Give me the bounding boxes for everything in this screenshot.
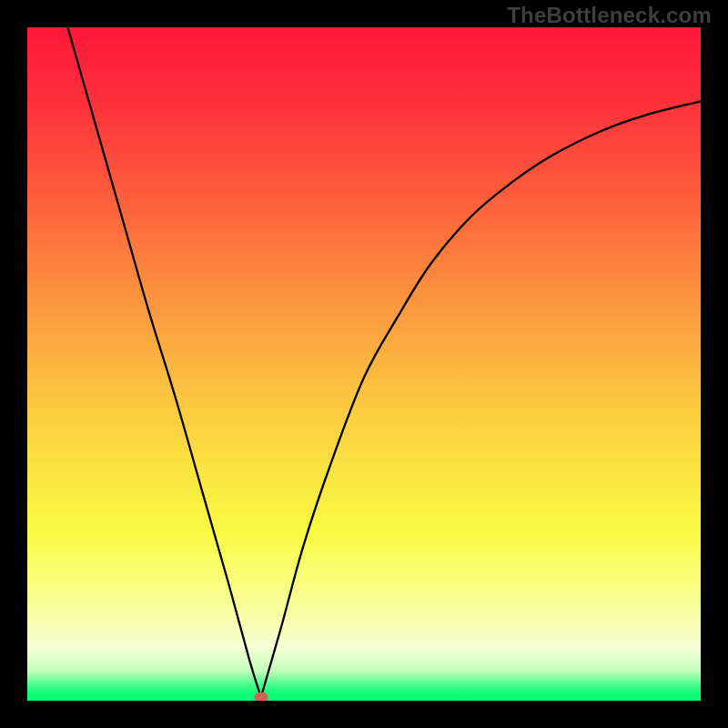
bottleneck-curve: [67, 27, 701, 697]
plot-area: [27, 27, 701, 701]
optimum-marker: [254, 693, 268, 701]
curve-layer: [27, 27, 701, 701]
watermark-text: TheBottleneck.com: [507, 3, 712, 28]
chart-frame: TheBottleneck.com: [0, 0, 728, 728]
